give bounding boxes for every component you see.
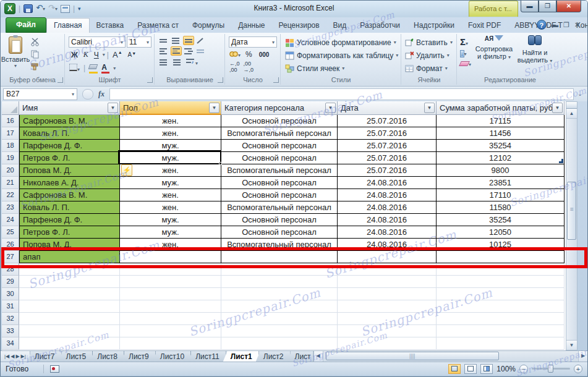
active-cell-selection[interactable] [118, 150, 221, 164]
page-layout-view-button[interactable] [464, 364, 477, 374]
fx-icon[interactable]: fx [95, 90, 108, 99]
sheet-tab-лист8[interactable]: Лист8 [90, 351, 124, 362]
cell-category[interactable]: Основной персонал [221, 140, 338, 152]
format-painter-button[interactable] [30, 62, 40, 73]
workbook-restore-icon[interactable]: ❐ [563, 21, 569, 29]
fill-handle[interactable] [219, 162, 222, 165]
sheet-tab-лист10[interactable]: Лист10 [153, 351, 191, 362]
column-header[interactable]: Имя▼ [19, 101, 120, 115]
decrease-indent-button[interactable] [158, 57, 169, 67]
select-all-corner[interactable] [2, 101, 19, 115]
ribbon-tab-разметка-ст[interactable]: Разметка ст [130, 19, 185, 33]
empty-cell[interactable] [120, 313, 221, 325]
find-select-button[interactable]: Найти и выделить ▾ [517, 35, 553, 68]
cell-category[interactable]: Вспомогательный персонал [221, 127, 338, 140]
empty-cell[interactable] [221, 288, 338, 300]
filter-dropdown-icon[interactable]: ▼ [209, 103, 219, 113]
restore-button[interactable]: ❐ [539, 1, 556, 12]
zoom-out-icon[interactable]: − [519, 365, 528, 373]
accounting-format-button[interactable]: ▾ [229, 50, 241, 59]
align-center-button[interactable] [171, 46, 182, 56]
cell-sum[interactable]: 35254 [437, 140, 565, 152]
zoom-in-icon[interactable]: + [574, 365, 582, 373]
sheet-tab-лист11[interactable]: Лист11 [188, 351, 226, 362]
row-header[interactable]: 18 [2, 140, 19, 152]
row-header[interactable]: 20 [2, 164, 19, 177]
name-box[interactable]: B27▾ [3, 88, 77, 100]
delete-cells-button[interactable]: Удалить▾ [405, 49, 456, 62]
normal-view-button[interactable] [448, 364, 461, 374]
empty-cell[interactable] [437, 276, 565, 288]
cell-date[interactable]: 25.07.2016 [338, 152, 437, 164]
bold-button[interactable]: Ж [69, 51, 80, 59]
copy-button[interactable] [30, 50, 40, 61]
empty-cell[interactable] [221, 337, 338, 350]
cell-date[interactable]: 24.08.2016 [338, 177, 437, 189]
cell-name[interactable]: Петров Ф. Л. [19, 226, 120, 239]
zoom-slider[interactable] [532, 368, 570, 370]
empty-cell[interactable] [120, 325, 221, 337]
minimize-button[interactable]: ▬ [521, 1, 539, 12]
row-header[interactable]: 21 [2, 177, 19, 189]
cell-sum[interactable]: 9800 [437, 164, 565, 177]
filter-dropdown-icon[interactable]: ▼ [108, 103, 118, 113]
orientation-button[interactable] [195, 36, 207, 45]
cell-name[interactable]: Попова М. Д. [19, 164, 120, 177]
empty-cell[interactable] [338, 313, 437, 325]
cell-date[interactable]: 24.08.2016 [338, 214, 437, 226]
empty-cell[interactable] [221, 325, 338, 337]
empty-cell[interactable] [221, 276, 338, 288]
ribbon-tab-рецензиров[interactable]: Рецензиров [271, 19, 326, 33]
row-header[interactable]: 31 [2, 300, 19, 313]
increase-decimal-button[interactable]: ←,0,00 [229, 61, 240, 73]
cell-sum[interactable]: 12050 [437, 226, 565, 239]
auto-expansion-options-button[interactable]: ⚡ [121, 164, 132, 176]
fill-button[interactable]: ↓▾ [460, 49, 471, 57]
ribbon-tab-главная[interactable]: Главная [46, 18, 90, 33]
empty-cell[interactable] [120, 288, 221, 300]
cell-date[interactable]: 25.07.2016 [338, 115, 437, 127]
scroll-up-icon[interactable]: ▲ [566, 109, 577, 119]
conditional-formatting-button[interactable]: Условное форматирование▾ [285, 36, 401, 49]
shrink-font-button[interactable]: А▼ [126, 51, 138, 58]
wrap-text-button[interactable]: ▾ [185, 57, 198, 67]
cell-name[interactable]: Петров Ф. Л. [19, 152, 120, 164]
filter-dropdown-icon[interactable]: ▼ [552, 103, 563, 113]
dialog-launcher-icon[interactable] [147, 77, 153, 83]
cell-gender[interactable]: жен. [120, 127, 221, 140]
cell-category[interactable]: Основной персонал [221, 177, 338, 189]
first-sheet-icon[interactable]: |◀ [4, 354, 9, 359]
number-format-combo[interactable]: Дата▾ [229, 36, 277, 48]
column-header[interactable]: Пол▼ [120, 101, 221, 115]
empty-cell[interactable] [120, 276, 221, 288]
cell-name[interactable]: Парфенов Д. Ф. [19, 214, 120, 226]
cell-sum[interactable]: 17110 [437, 189, 565, 201]
ribbon-tab-формулы[interactable]: Формулы [185, 19, 231, 33]
fill-color-button[interactable] [89, 62, 98, 74]
cell-category[interactable]: Вспомогательный персонал [221, 201, 338, 214]
row-header[interactable]: 16 [2, 115, 19, 127]
empty-cell[interactable] [120, 337, 221, 350]
cell-sum[interactable]: 35254 [437, 214, 565, 226]
ribbon-tab-foxit-pdf[interactable]: Foxit PDF [461, 19, 508, 33]
cell-sum[interactable]: 17115 [437, 115, 565, 127]
scroll-down-icon[interactable]: ▼ [566, 340, 577, 350]
row-header[interactable]: 23 [2, 201, 19, 214]
empty-cell[interactable] [221, 300, 338, 313]
merge-center-button[interactable] [195, 46, 207, 56]
cell-styles-button[interactable]: Стили ячеек▾ [285, 62, 401, 75]
cell-sum[interactable]: 23851 [437, 177, 565, 189]
cell-sum[interactable]: 12102 [437, 152, 565, 164]
column-header[interactable]: Сумма заработной платы, руб.▼ [437, 101, 565, 115]
row-header[interactable]: 30 [2, 288, 19, 300]
row-header[interactable]: 33 [2, 325, 19, 337]
ribbon-tab-разработчи[interactable]: Разработчи [353, 19, 407, 33]
dialog-launcher-icon[interactable] [218, 77, 223, 83]
borders-button[interactable]: ▾ [69, 64, 80, 73]
sort-filter-button[interactable]: АЯ Сортировка и фильтр ▾ [475, 35, 513, 68]
cell-category[interactable]: Основной персонал [221, 152, 338, 164]
cell-name[interactable]: Коваль Л. П. [19, 201, 120, 214]
column-header[interactable]: Категория персонала▼ [221, 101, 338, 115]
cell-name[interactable]: Парфенов Д. Ф. [19, 140, 120, 152]
ribbon-tab-надстройки[interactable]: Надстройки [407, 19, 461, 33]
